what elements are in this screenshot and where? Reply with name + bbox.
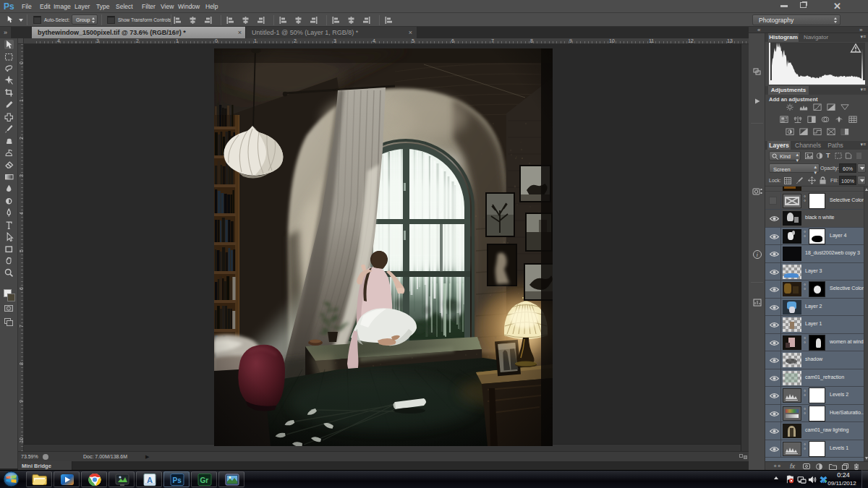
svg-text:i: i: [757, 251, 759, 258]
svg-text:Ps: Ps: [173, 476, 182, 484]
svg-text:Gr: Gr: [200, 476, 209, 484]
svg-text:A: A: [147, 476, 153, 484]
